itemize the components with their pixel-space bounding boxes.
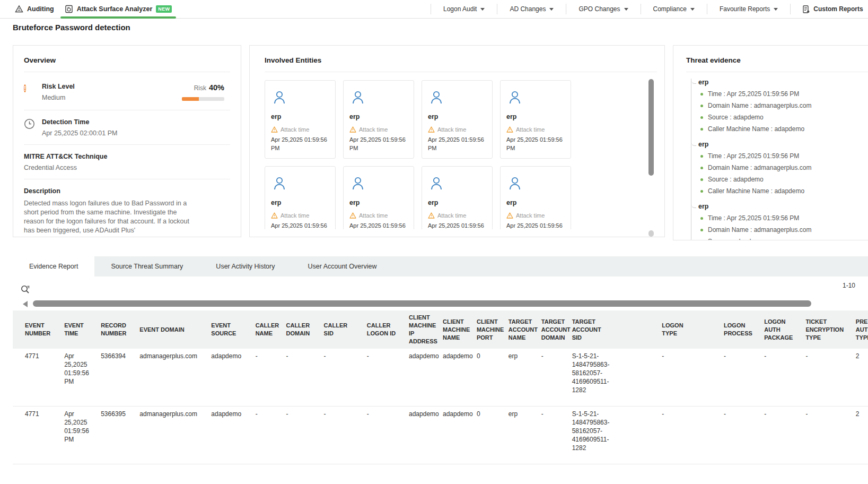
evidence-entity-name: erp — [698, 141, 868, 148]
table-cell: - — [275, 349, 312, 407]
menu-favourite-reports[interactable]: Favourite Reports — [707, 5, 790, 13]
table-cell-value: - — [724, 410, 726, 418]
entity-card[interactable]: erp Attack time Apr 25,2025 01:59:56 PM — [500, 80, 571, 159]
horizontal-scrollbar-thumb[interactable] — [33, 300, 811, 307]
table-cell: - — [650, 407, 712, 464]
entity-card[interactable]: erp Attack time Apr 25,2025 01:59:56 PM — [265, 80, 336, 159]
user-icon — [349, 89, 408, 106]
column-header-label: CLIENT MACHINE NAME — [443, 318, 470, 342]
top-navigation: Auditing Attack Surface Analyzer NEW Log… — [0, 0, 868, 19]
entity-name: erp — [271, 113, 329, 120]
attack-time-value: Apr 25,2025 01:59:56 PM — [349, 221, 408, 229]
attack-time-label: Attack time — [516, 212, 545, 219]
risk-level-label: Risk Level — [42, 83, 75, 90]
table-cell-value: 5366395 — [101, 410, 126, 418]
user-icon — [428, 175, 486, 192]
tab-label: Attack Surface Analyzer — [77, 5, 153, 13]
column-header[interactable]: EVENT SOURCE — [199, 310, 243, 349]
horizontal-scrollbar — [13, 300, 868, 308]
table-cell-value: Apr 25,2025 01:59:56 PM — [64, 410, 89, 443]
column-header[interactable]: EVENT TIME — [52, 310, 89, 349]
table-row[interactable]: 4771Apr 25,2025 01:59:56 PM5366395admana… — [13, 407, 868, 464]
column-header-label: LOGON AUTH PACKAGE — [764, 318, 794, 342]
entity-card[interactable]: erp Attack time Apr 25,2025 01:59:56 PM — [265, 166, 336, 229]
column-header[interactable]: RECORD NUMBER — [89, 310, 128, 349]
attack-time-label: Attack time — [280, 212, 309, 219]
chevron-down-icon — [549, 8, 554, 11]
table-cell-value: - — [256, 352, 258, 360]
menu-ad-changes[interactable]: AD Changes — [497, 5, 566, 13]
column-header[interactable]: PRE AUTHENTICATION TYPE — [844, 310, 868, 349]
search-filter-icon[interactable] — [20, 284, 31, 295]
evidence-item: Time : Apr 25,2025 01:59:56 PM — [698, 91, 868, 98]
column-header[interactable]: LOGON TYPE — [650, 310, 712, 349]
table-cell-value: 4771 — [25, 410, 39, 418]
column-header[interactable]: CLIENT MACHINE IP ADDRESS — [397, 310, 431, 349]
entity-name: erp — [428, 113, 486, 120]
tab-attack-surface-analyzer[interactable]: Attack Surface Analyzer NEW — [59, 0, 178, 18]
attack-time-value: Apr 25,2025 01:59:56 PM — [349, 135, 408, 152]
vertical-scrollbar-track[interactable] — [648, 230, 654, 237]
table-cell: - — [794, 407, 844, 464]
menu-label: Compliance — [653, 5, 687, 13]
report-tab-evidence-report[interactable]: Evidence Report — [13, 256, 94, 276]
menu-label: AD Changes — [510, 5, 546, 13]
divider — [265, 72, 657, 72]
user-icon — [271, 89, 329, 106]
tab-auditing[interactable]: Auditing — [10, 0, 59, 18]
table-cell: Apr 25,2025 01:59:56 PM — [52, 349, 89, 407]
column-header-label: CALLER NAME — [256, 322, 279, 338]
evidence-entity-name: erp — [698, 79, 868, 86]
table-cell: - — [244, 349, 275, 407]
warning-triangle-icon — [428, 126, 435, 133]
column-header[interactable]: CALLER NAME — [244, 310, 275, 349]
column-header[interactable]: TICKET ENCRYPTION TYPE — [794, 310, 844, 349]
column-header[interactable]: LOGON AUTH PACKAGE — [752, 310, 794, 349]
column-header-label: EVENT NUMBER — [25, 322, 52, 338]
table-cell-value: erp — [508, 410, 518, 418]
column-header[interactable]: TARGET ACCOUNT SID — [560, 310, 651, 349]
evidence-item: Domain Name : admanagerplus.com — [698, 227, 868, 234]
table-cell-value: S-1-5-21-1484795863-58162057-4169609511-… — [572, 410, 609, 452]
menu-gpo-changes[interactable]: GPO Changes — [566, 5, 640, 13]
menu-logon-audit[interactable]: Logon Audit — [431, 5, 497, 13]
table-cell: adapdemo — [397, 349, 431, 407]
column-header[interactable]: CALLER DOMAIN — [275, 310, 312, 349]
table-row[interactable]: 4771Apr 25,2025 01:59:56 PM5366394admana… — [13, 349, 868, 407]
involved-entities-panel: Involved Entities erp Attack time Apr 25… — [249, 45, 665, 237]
column-header-label: CALLER LOGON ID — [367, 322, 397, 338]
entity-card[interactable]: erp Attack time Apr 25,2025 01:59:56 PM — [422, 166, 493, 229]
column-header[interactable]: LOGON PROCESS — [712, 310, 752, 349]
column-header-label: CLIENT MACHINE IP ADDRESS — [409, 314, 437, 345]
table-cell-value: admanagerplus.com — [139, 352, 197, 360]
table-cell: - — [794, 349, 844, 407]
column-header[interactable]: EVENT NUMBER — [13, 310, 52, 349]
column-header[interactable]: CALLER LOGON ID — [355, 310, 397, 349]
report-tab-user-account-overview[interactable]: User Account Overview — [292, 256, 393, 276]
table-cell-value: - — [367, 352, 369, 360]
vertical-scrollbar[interactable] — [648, 79, 654, 176]
menu-custom-reports[interactable]: Custom Reports — [791, 5, 863, 13]
overview-title: Overview — [24, 56, 230, 64]
column-header[interactable]: EVENT DOMAIN — [128, 310, 199, 349]
evidence-item: Caller Machine Name : adapdemo — [698, 188, 868, 195]
entity-card[interactable]: erp Attack time Apr 25,2025 01:59:56 PM — [500, 166, 571, 229]
table-cell-value: adapdemo — [443, 352, 473, 360]
entity-card[interactable]: erp Attack time Apr 25,2025 01:59:56 PM — [343, 80, 414, 159]
column-header[interactable]: CALLER SID — [312, 310, 355, 349]
chevron-down-icon — [690, 8, 695, 11]
menu-compliance[interactable]: Compliance — [641, 5, 707, 13]
table-cell: 5366395 — [89, 407, 128, 464]
user-icon — [349, 175, 408, 192]
report-tab-user-activity-history[interactable]: User Activity History — [199, 256, 291, 276]
table-cell: - — [752, 407, 794, 464]
column-header-label: RECORD NUMBER — [101, 322, 128, 338]
report-tab-source-threat-summary[interactable]: Source Threat Summary — [94, 256, 199, 276]
entity-card[interactable]: erp Attack time Apr 25,2025 01:59:56 PM — [343, 166, 414, 229]
attack-time-label: Attack time — [280, 126, 309, 133]
threat-evidence-panel: Threat evidence erp Time : Apr 25,2025 0… — [673, 45, 868, 240]
column-header-label: TICKET ENCRYPTION TYPE — [805, 318, 841, 342]
scroll-left-arrow[interactable] — [23, 301, 28, 307]
entity-card[interactable]: erp Attack time Apr 25,2025 01:59:56 PM — [422, 80, 493, 159]
warning-triangle-icon — [349, 212, 356, 219]
